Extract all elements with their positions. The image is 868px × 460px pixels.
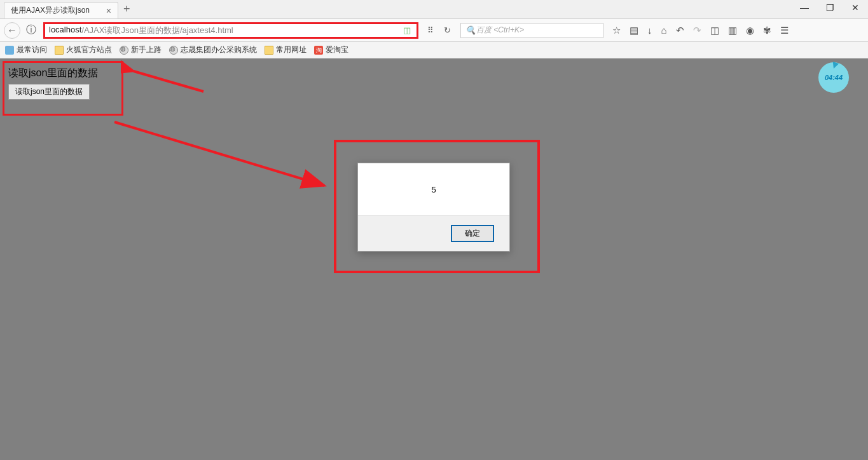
close-tab-icon[interactable]: × (106, 6, 111, 16)
browser-tab[interactable]: 使用AJAX异步读取json × (4, 2, 118, 18)
bookmarks-bar: 最常访问 火狐官方站点 新手上路 志晟集团办公采购系统 常用网址 淘 爱淘宝 (0, 42, 868, 58)
bookmark-label: 爱淘宝 (326, 44, 348, 55)
library-icon[interactable]: ▤ (630, 25, 638, 36)
alert-footer: 确定 (358, 215, 509, 251)
annotation-arrow-1 (121, 60, 210, 98)
globe-icon (169, 46, 178, 55)
download-icon[interactable]: ↓ (647, 25, 652, 36)
url-bar[interactable]: localhost /AJAX读取Json里面的数据/ajaxtest4.htm… (43, 22, 418, 39)
window-controls: — ❐ ✕ (792, 0, 868, 15)
folder-icon (55, 46, 64, 55)
svg-line-3 (114, 122, 324, 186)
qr-icon[interactable]: ⠿ (425, 25, 436, 36)
navbar: ← ⓘ localhost /AJAX读取Json里面的数据/ajaxtest4… (0, 19, 868, 42)
back-button[interactable]: ← (4, 22, 20, 39)
taobao-icon: 淘 (314, 46, 323, 55)
bookmark-label: 火狐官方站点 (66, 44, 112, 55)
search-placeholder: 百度 <Ctrl+K> (476, 25, 524, 36)
chat-icon[interactable]: ◉ (746, 25, 754, 36)
bookmark-label: 志晟集团办公采购系统 (181, 44, 257, 55)
bookmark-aitaobao[interactable]: 淘 爱淘宝 (314, 44, 348, 55)
url-host: localhost (49, 25, 81, 36)
grid-icon (5, 46, 14, 55)
close-window-button[interactable]: ✕ (843, 0, 868, 15)
tab-title: 使用AJAX异步读取json (11, 5, 90, 16)
new-tab-button[interactable]: + (123, 3, 130, 18)
redo-icon[interactable]: ↷ (693, 25, 701, 36)
folder-icon (265, 46, 273, 55)
bookmark-common-urls[interactable]: 常用网址 (265, 44, 307, 55)
pocket-icon[interactable]: ◫ (710, 25, 719, 36)
bookmark-getting-started[interactable]: 新手上路 (120, 44, 162, 55)
bookmark-label: 新手上路 (131, 44, 162, 55)
bookmark-firefox-official[interactable]: 火狐官方站点 (55, 44, 112, 55)
shield-icon[interactable]: ◫ (401, 25, 413, 36)
read-json-button[interactable]: 读取json里面的数据 (8, 84, 90, 100)
page-content: 读取json里面的数据 读取json里面的数据 5 确定 04:44 (0, 58, 868, 460)
titlebar: 使用AJAX异步读取json × + — ❐ ✕ (0, 0, 868, 19)
site-info-icon[interactable]: ⓘ (23, 22, 39, 39)
bookmark-star-icon[interactable]: ☆ (612, 25, 621, 36)
bookmark-zhisheng[interactable]: 志晟集团办公采购系统 (169, 44, 257, 55)
annotation-arrow-2 (108, 116, 337, 198)
url-path: /AJAX读取Json里面的数据/ajaxtest4.html (81, 25, 233, 36)
search-icon: 🔍 (465, 25, 476, 36)
url-text: localhost /AJAX读取Json里面的数据/ajaxtest4.htm… (49, 25, 401, 36)
paw-icon[interactable]: ✾ (763, 25, 771, 36)
svg-line-1 (134, 71, 203, 91)
home-icon[interactable]: ⌂ (661, 25, 667, 36)
page-heading: 读取json里面的数据 (8, 67, 118, 80)
bookmark-most-visited[interactable]: 最常访问 (5, 44, 47, 55)
bookmark-label: 常用网址 (276, 44, 307, 55)
menu-icon[interactable]: ☰ (780, 25, 789, 36)
timer-widget[interactable]: 04:44 (818, 62, 849, 93)
reload-icon[interactable]: ↻ (441, 25, 453, 36)
minimize-button[interactable]: — (792, 0, 817, 15)
alert-ok-button[interactable]: 确定 (451, 225, 494, 242)
alert-dialog: 5 确定 (357, 163, 510, 252)
annotation-box-heading: 读取json里面的数据 读取json里面的数据 (3, 61, 123, 116)
search-box[interactable]: 🔍 百度 <Ctrl+K> (460, 23, 603, 38)
bookmark-label: 最常访问 (17, 44, 47, 55)
undo-icon[interactable]: ↶ (676, 25, 684, 36)
globe-icon (120, 46, 128, 55)
screenshot-icon[interactable]: ▥ (728, 25, 737, 36)
alert-message: 5 (358, 163, 509, 215)
timer-value: 04:44 (825, 74, 843, 81)
toolbar-icons: ☆ ▤ ↓ ⌂ ↶ ↷ ◫ ▥ ◉ ✾ ☰ (612, 25, 789, 36)
maximize-button[interactable]: ❐ (817, 0, 843, 15)
